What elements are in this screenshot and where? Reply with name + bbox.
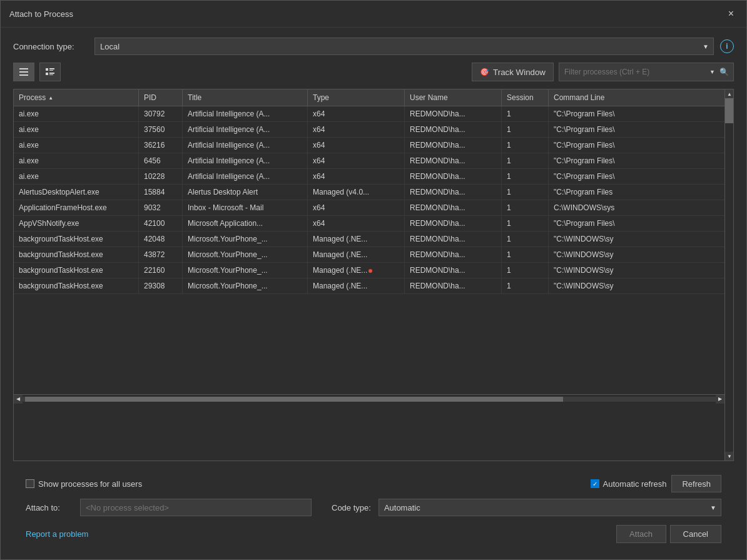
dialog-title: Attach to Process [9, 9, 73, 19]
show-all-row: Show processes for all users Automatic r… [26, 475, 721, 492]
table-cell: 42048 [139, 232, 183, 247]
table-cell: Managed (.NE... [308, 278, 405, 293]
table-cell: 1 [502, 247, 549, 262]
col-process[interactable]: Process [14, 89, 139, 106]
svg-rect-4 [49, 68, 54, 69]
scroll-up-button[interactable]: ▲ [725, 89, 733, 98]
horizontal-scrollbar[interactable]: ◀ ▶ [14, 394, 724, 403]
table-row[interactable]: ai.exe30792Artificial Intelligence (A...… [14, 106, 724, 122]
table-cell: 22160 [139, 263, 183, 278]
table-row[interactable]: ai.exe37560Artificial Intelligence (A...… [14, 122, 724, 138]
svg-rect-2 [19, 74, 28, 76]
col-type[interactable]: Type [308, 89, 405, 106]
table-cell: Managed (.NE... [308, 263, 405, 278]
table-row[interactable]: backgroundTaskHost.exe29308Microsoft.You… [14, 278, 724, 294]
track-window-label: Track Window [493, 68, 546, 77]
list-view-icon [19, 67, 29, 77]
attach-button[interactable]: Attach [616, 525, 666, 543]
svg-rect-5 [49, 70, 53, 71]
table-row[interactable]: ai.exe36216Artificial Intelligence (A...… [14, 138, 724, 153]
table-cell: REDMOND\ha... [405, 153, 502, 168]
scroll-x-thumb[interactable] [25, 397, 563, 402]
table-row[interactable]: ApplicationFrameHost.exe9032Inbox - Micr… [14, 200, 724, 216]
detail-view-button[interactable] [39, 63, 61, 81]
search-icon: 🔍 [719, 68, 729, 76]
table-cell: x64 [308, 138, 405, 153]
table-cell: "C:\Program Files\ [549, 169, 724, 184]
table-cell: Artificial Intelligence (A... [183, 153, 308, 168]
table-row[interactable]: backgroundTaskHost.exe42048Microsoft.You… [14, 232, 724, 247]
code-type-select-wrapper: Automatic Managed Native ▼ [379, 499, 721, 516]
auto-refresh-label: Automatic refresh [603, 479, 667, 489]
table-cell: Alertus Desktop Alert [183, 185, 308, 200]
scroll-left-button[interactable]: ◀ [14, 395, 23, 404]
table-cell: 30792 [139, 106, 183, 121]
table-cell: "C:\WINDOWS\sy [549, 232, 724, 247]
code-type-select[interactable]: Automatic Managed Native [379, 499, 721, 516]
table-row[interactable]: backgroundTaskHost.exe22160Microsoft.You… [14, 263, 724, 278]
filter-wrapper: 🔍 ▼ [559, 63, 734, 81]
report-problem-link[interactable]: Report a problem [26, 529, 88, 539]
scroll-x-track[interactable] [23, 397, 716, 402]
table-content: Process PID Title Type User Name [14, 89, 733, 461]
list-view-button[interactable] [13, 63, 34, 81]
scroll-v-thumb[interactable] [725, 98, 733, 123]
table-row[interactable]: AppVShNotify.exe42100Microsoft Applicati… [14, 216, 724, 232]
table-cell: REDMOND\ha... [405, 247, 502, 262]
col-session[interactable]: Session [502, 89, 549, 106]
table-cell: Artificial Intelligence (A... [183, 122, 308, 137]
table-cell: 10228 [139, 169, 183, 184]
table-cell: Managed (.NE... [308, 247, 405, 262]
table-cell: Microsoft.YourPhone_... [183, 263, 308, 278]
col-username[interactable]: User Name [405, 89, 502, 106]
scroll-right-button[interactable]: ▶ [716, 395, 724, 404]
table-cell: 1 [502, 232, 549, 247]
table-cell: REDMOND\ha... [405, 185, 502, 200]
table-cell: "C:\Program Files [549, 185, 724, 200]
table-row[interactable]: ai.exe6456Artificial Intelligence (A...x… [14, 153, 724, 169]
col-pid[interactable]: PID [139, 89, 183, 106]
table-cell: "C:\WINDOWS\sy [549, 247, 724, 262]
svg-rect-0 [19, 68, 28, 69]
refresh-button[interactable]: Refresh [671, 475, 721, 492]
table-cell: 1 [502, 122, 549, 137]
table-cell: Artificial Intelligence (A... [183, 169, 308, 184]
table-cell: REDMOND\ha... [405, 263, 502, 278]
attach-to-input[interactable] [80, 499, 312, 516]
table-cell: Artificial Intelligence (A... [183, 106, 308, 121]
vertical-scrollbar[interactable]: ▲ ▼ [724, 89, 733, 461]
table-cell: Microsoft.YourPhone_... [183, 232, 308, 247]
table-cell: Microsoft.YourPhone_... [183, 247, 308, 262]
table-cell: REDMOND\ha... [405, 106, 502, 121]
dot-indicator [368, 269, 372, 273]
table-cell: backgroundTaskHost.exe [14, 247, 139, 262]
scroll-down-button[interactable]: ▼ [725, 452, 733, 461]
svg-rect-8 [49, 74, 53, 75]
info-icon[interactable]: i [720, 39, 734, 53]
auto-refresh-checkbox[interactable] [591, 479, 599, 488]
connection-type-select[interactable]: Local Remote [94, 38, 714, 55]
show-all-label: Show processes for all users [38, 479, 142, 489]
show-all-checkbox-wrapper: Show processes for all users [26, 479, 142, 489]
table-cell: Microsoft Application... [183, 216, 308, 231]
table-cell: C:\WINDOWS\sys [549, 200, 724, 215]
table-cell: 1 [502, 263, 549, 278]
filter-input[interactable] [559, 63, 734, 81]
col-title[interactable]: Title [183, 89, 308, 106]
close-button[interactable]: × [724, 7, 738, 21]
track-window-button[interactable]: 🎯 Track Window [472, 63, 554, 81]
table-scroll-area: Process PID Title Type User Name [14, 89, 724, 461]
table-cell: REDMOND\ha... [405, 169, 502, 184]
svg-rect-6 [46, 73, 48, 75]
table-cell: 1 [502, 200, 549, 215]
table-row[interactable]: ai.exe10228Artificial Intelligence (A...… [14, 169, 724, 185]
filter-search-button[interactable]: 🔍 [715, 63, 734, 81]
cancel-button[interactable]: Cancel [670, 525, 721, 543]
table-cell: 9032 [139, 200, 183, 215]
table-row[interactable]: AlertusDesktopAlert.exe15884Alertus Desk… [14, 185, 724, 200]
show-all-checkbox[interactable] [26, 479, 34, 488]
table-row[interactable]: backgroundTaskHost.exe43872Microsoft.You… [14, 247, 724, 263]
col-cmdline[interactable]: Command Line [549, 89, 724, 106]
toolbar-row: 🎯 Track Window 🔍 ▼ [13, 63, 734, 81]
scroll-v-track[interactable] [725, 98, 733, 452]
